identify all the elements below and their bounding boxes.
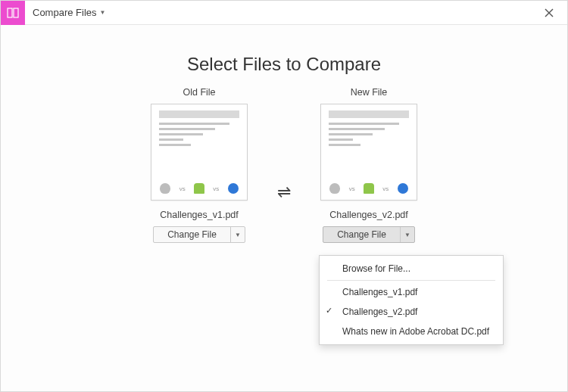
- old-file-column: Old File vs vs Challenges_v1.pdf Change: [135, 87, 264, 243]
- close-button[interactable]: [538, 2, 560, 23]
- svg-rect-0: [8, 8, 12, 17]
- dropdown-separator: [327, 280, 495, 281]
- new-file-thumbnail[interactable]: vs vs: [320, 104, 417, 201]
- dropdown-file-item[interactable]: Whats new in Adobe Acrobat DC.pdf: [320, 322, 503, 341]
- caret-down-icon: ▼: [100, 9, 106, 16]
- swap-files-button[interactable]: ⇌: [274, 179, 294, 205]
- change-file-dropdown: Browse for File... Challenges_v1.pdf ✓ C…: [319, 255, 504, 345]
- old-file-thumbnail[interactable]: vs vs: [151, 104, 248, 201]
- new-file-name: Challenges_v2.pdf: [329, 210, 408, 220]
- dropdown-browse-item[interactable]: Browse for File...: [320, 259, 503, 278]
- old-change-file-label: Change File: [154, 227, 231, 242]
- app-title-menu[interactable]: Compare Files ▼: [33, 7, 105, 18]
- windows-icon: [398, 183, 408, 194]
- old-change-file-button[interactable]: Change File ▼: [153, 226, 245, 243]
- new-change-file-button[interactable]: Change File ▼: [323, 226, 415, 243]
- close-icon: [545, 8, 554, 17]
- dropdown-file-item[interactable]: Challenges_v1.pdf: [320, 282, 503, 302]
- page-title: Select Files to Compare: [1, 54, 567, 75]
- app-title-text: Compare Files: [33, 7, 97, 18]
- new-file-label: New File: [351, 87, 388, 98]
- caret-down-icon[interactable]: ▼: [401, 227, 414, 242]
- swap-icon: ⇌: [277, 182, 291, 201]
- old-file-name: Challenges_v1.pdf: [160, 210, 239, 220]
- dropdown-file-item[interactable]: ✓ Challenges_v2.pdf: [320, 302, 503, 322]
- check-icon: ✓: [326, 306, 332, 316]
- android-icon: [364, 183, 374, 194]
- caret-down-icon[interactable]: ▼: [231, 227, 245, 242]
- compare-files-dialog: Compare Files ▼ Select Files to Compare …: [0, 0, 568, 392]
- new-change-file-label: Change File: [323, 227, 401, 242]
- compare-row: Old File vs vs Challenges_v1.pdf Change: [1, 87, 567, 243]
- windows-icon: [228, 183, 239, 194]
- app-icon: [1, 1, 25, 25]
- new-file-column: New File vs vs Challenges_v2.pdf Change: [304, 87, 433, 243]
- svg-rect-1: [14, 8, 18, 17]
- old-file-label: Old File: [183, 87, 215, 98]
- android-icon: [194, 183, 204, 194]
- titlebar: Compare Files ▼: [1, 1, 567, 25]
- apple-icon: [160, 183, 170, 194]
- apple-icon: [329, 183, 340, 194]
